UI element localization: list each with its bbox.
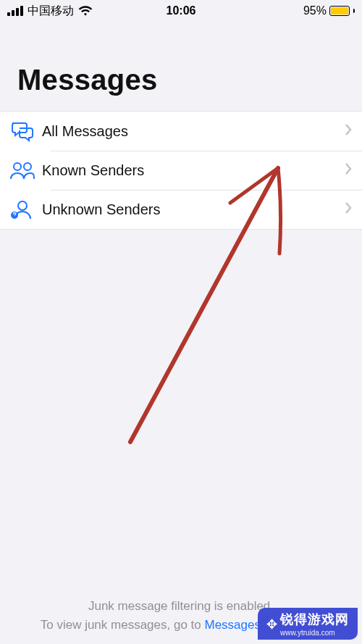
filter-all-messages[interactable]: All Messages: [0, 112, 362, 151]
footer-line2-prefix: To view junk messages, go to: [41, 618, 205, 632]
gamepad-icon: ✥: [266, 618, 276, 631]
cell-signal-icon: [7, 6, 23, 16]
status-time: 10:06: [167, 4, 196, 17]
watermark-title: 锐得游戏网: [280, 612, 349, 627]
filter-label: Known Senders: [42, 162, 345, 179]
speech-bubbles-icon: [10, 120, 42, 142]
filter-known-senders[interactable]: Known Senders: [0, 151, 362, 190]
filter-list: All Messages Known Senders Unknown Sende…: [0, 111, 362, 230]
status-bar: 中国移动 10:06 95%: [0, 0, 362, 22]
svg-point-4: [14, 216, 15, 217]
battery-percent: 95%: [303, 4, 327, 17]
battery-indicator: 95%: [303, 4, 355, 17]
unknown-senders-icon: [10, 199, 42, 219]
svg-point-1: [24, 163, 31, 170]
wifi-icon: [78, 6, 93, 16]
carrier-name: 中国移动: [28, 4, 74, 19]
page-title: Messages: [0, 22, 362, 111]
watermark-url: www.ytruida.com: [280, 629, 349, 637]
chevron-right-icon: [345, 162, 352, 178]
filter-label: Unknown Senders: [42, 201, 345, 218]
filter-unknown-senders[interactable]: Unknown Senders: [0, 190, 362, 229]
known-senders-icon: [10, 161, 42, 180]
chevron-right-icon: [345, 201, 352, 217]
chevron-right-icon: [345, 123, 352, 139]
svg-point-0: [14, 163, 21, 170]
site-watermark: ✥ 锐得游戏网 www.ytruida.com: [258, 608, 358, 640]
filter-label: All Messages: [42, 123, 345, 140]
svg-point-2: [18, 201, 27, 210]
